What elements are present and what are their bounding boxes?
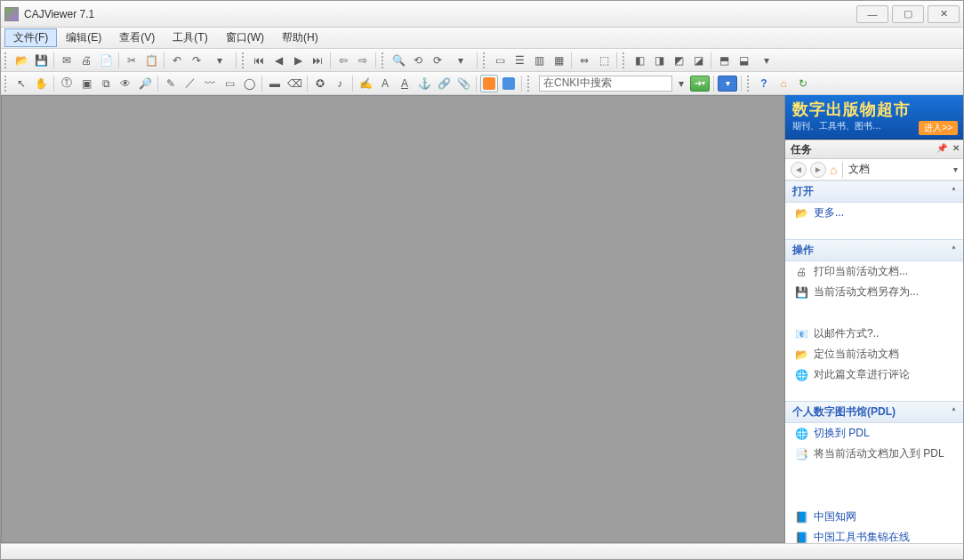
text-icon[interactable]: A [376, 75, 394, 92]
undo-icon[interactable]: ↶ [168, 52, 186, 69]
mail-icon[interactable]: ✉ [58, 52, 76, 69]
music-icon[interactable]: ♪ [331, 75, 349, 92]
nav-home-icon[interactable]: ⌂ [830, 163, 837, 177]
note-icon[interactable]: ✍ [357, 75, 374, 92]
menu-file[interactable]: 文件(F) [4, 28, 57, 47]
section-open-header[interactable]: 打开 ˄ [785, 180, 963, 203]
rect-icon[interactable]: ▭ [221, 75, 238, 92]
close-pane-icon[interactable]: ✕ [952, 143, 960, 153]
zoom-dropdown[interactable]: ▾ [448, 52, 473, 69]
link-icon[interactable]: 🔗 [435, 75, 453, 92]
nav-back-icon[interactable]: ◄ [791, 162, 807, 178]
rotate-left-icon[interactable]: ⟲ [409, 52, 427, 69]
search-input[interactable] [539, 76, 672, 92]
section-pdl-header[interactable]: 个人数字图书馆(PDL) ˄ [785, 401, 963, 423]
back-icon[interactable]: ⇦ [334, 52, 352, 69]
toolbar-grip[interactable] [4, 76, 9, 92]
print-icon[interactable]: 🖨 [77, 52, 95, 69]
op-print[interactable]: 🖨 打印当前活动文档... [785, 261, 963, 282]
select-area-icon[interactable]: ▣ [77, 75, 95, 92]
btn-a-icon[interactable]: ◧ [631, 52, 648, 69]
pencil-icon[interactable]: ✎ [162, 75, 180, 92]
show-annot-icon[interactable] [480, 75, 498, 92]
toolbar-grip[interactable] [623, 52, 627, 68]
fit-page-icon[interactable]: ⬚ [595, 52, 613, 69]
share-icon[interactable] [500, 75, 518, 92]
magnify-icon[interactable]: 🔎 [136, 75, 154, 92]
toolbar-grip[interactable] [382, 52, 386, 68]
prev-page-icon[interactable]: ◀ [269, 52, 287, 69]
paste-icon[interactable]: 📋 [142, 52, 160, 69]
nav-dropdown[interactable]: ▾ [953, 164, 958, 174]
link-cnki[interactable]: 📘 中国知网 [785, 507, 963, 527]
search-scope-dropdown[interactable]: ▾ [674, 75, 688, 92]
help-icon[interactable]: ? [755, 75, 773, 92]
layout-facing-icon[interactable]: ▥ [530, 52, 548, 69]
pdl-switch[interactable]: 🌐 切换到 PDL [785, 423, 963, 444]
rotate-right-icon[interactable]: ⟳ [429, 52, 446, 69]
home-icon[interactable]: ⌂ [775, 75, 792, 92]
op-saveas[interactable]: 💾 当前活动文档另存为... [785, 282, 963, 302]
close-button[interactable]: ✕ [928, 5, 960, 23]
stamp-icon[interactable]: ✪ [311, 75, 329, 92]
btn-d-icon[interactable]: ◪ [689, 52, 707, 69]
curve-icon[interactable]: 〰 [201, 75, 219, 92]
hand-icon[interactable]: ✋ [32, 75, 50, 92]
minimize-button[interactable]: — [856, 5, 888, 23]
history-dropdown[interactable]: ▾ [207, 52, 232, 69]
snapshot-icon[interactable]: ⧉ [97, 75, 115, 92]
menu-window[interactable]: 窗口(W) [217, 28, 273, 47]
pin-icon[interactable]: 📌 [936, 143, 947, 153]
section-ops-header[interactable]: 操作 ˄ [785, 239, 963, 261]
ocr-icon[interactable]: 👁 [116, 75, 134, 92]
menu-tools[interactable]: 工具(T) [164, 28, 216, 47]
pdl-add[interactable]: 📑 将当前活动文档加入到 PDL [785, 444, 963, 464]
line-icon[interactable]: ／ [181, 75, 199, 92]
first-page-icon[interactable]: ⏮ [250, 52, 268, 69]
banner-enter-button[interactable]: 进入>> [919, 121, 958, 135]
last-page-icon[interactable]: ⏭ [309, 52, 326, 69]
open-icon[interactable]: 📂 [12, 52, 30, 69]
toolbar-grip[interactable] [527, 76, 532, 92]
cut-icon[interactable]: ✂ [123, 52, 141, 69]
btn-c-icon[interactable]: ◩ [670, 52, 687, 69]
layout-multi-icon[interactable]: ▦ [550, 52, 567, 69]
toolbar-grip[interactable] [242, 52, 246, 68]
underline-icon[interactable]: A [396, 75, 414, 92]
redo-icon[interactable]: ↷ [188, 52, 205, 69]
nav-forward-icon[interactable]: ► [810, 162, 826, 178]
layout-cont-icon[interactable]: ☰ [510, 52, 528, 69]
op-comment[interactable]: 🌐 对此篇文章进行评论 [785, 364, 963, 385]
copy-icon[interactable]: 📄 [97, 52, 115, 69]
refresh-icon[interactable]: ↻ [794, 75, 812, 92]
save-icon[interactable]: 💾 [32, 52, 50, 69]
document-canvas[interactable] [1, 95, 785, 543]
menu-view[interactable]: 查看(V) [110, 28, 164, 47]
more-dropdown[interactable]: ▾ [754, 52, 779, 69]
anchor-icon[interactable]: ⚓ [415, 75, 433, 92]
forward-icon[interactable]: ⇨ [354, 52, 372, 69]
btn-b-icon[interactable]: ◨ [650, 52, 668, 69]
web-search-icon[interactable]: ▾ [718, 76, 737, 92]
attach-icon[interactable]: 📎 [454, 75, 472, 92]
open-more[interactable]: 📂 更多... [785, 203, 963, 223]
ellipse-icon[interactable]: ◯ [240, 75, 258, 92]
toolbar-grip[interactable] [4, 52, 9, 68]
link-tools[interactable]: 📘 中国工具书集锦在线 [785, 527, 963, 543]
eraser-icon[interactable]: ⌫ [285, 75, 303, 92]
promo-banner[interactable]: 数字出版物超市 期刊、工具书、图书… 进入>> [785, 95, 963, 140]
zoom-icon[interactable]: 🔍 [390, 52, 407, 69]
btn-f-icon[interactable]: ⬓ [735, 52, 752, 69]
highlight-icon[interactable]: ▬ [266, 75, 284, 92]
pointer-icon[interactable]: ↖ [12, 75, 30, 92]
layout-single-icon[interactable]: ▭ [491, 52, 509, 69]
op-mail[interactable]: 📧 以邮件方式?.. [785, 324, 963, 344]
search-go-button[interactable]: ➔▾ [690, 76, 710, 92]
maximize-button[interactable]: ▢ [892, 5, 924, 23]
menu-edit[interactable]: 编辑(E) [57, 28, 110, 47]
fit-width-icon[interactable]: ⇔ [575, 52, 593, 69]
op-locate[interactable]: 📂 定位当前活动文档 [785, 344, 963, 364]
toolbar-grip[interactable] [747, 76, 751, 92]
select-text-icon[interactable]: Ⓣ [58, 75, 76, 92]
toolbar-grip[interactable] [483, 52, 487, 68]
